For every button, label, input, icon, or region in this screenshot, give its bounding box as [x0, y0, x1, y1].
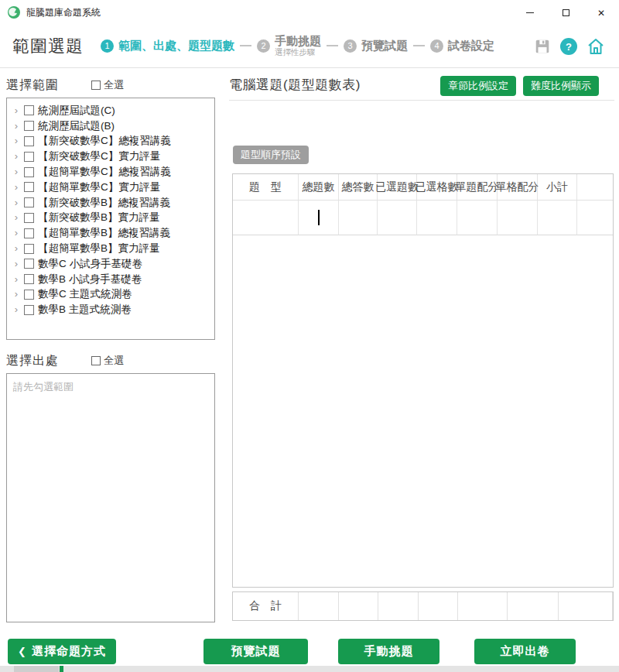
tree-item-checkbox[interactable] [24, 167, 34, 177]
range-tree-item[interactable]: 數學B 小試身手基礎卷 [12, 272, 211, 287]
left-panel: 選擇範圍 全選 統測歷屆試題(C) 統測歷屆試題(B) [6, 76, 215, 622]
chapter-ratio-button[interactable]: 章節比例設定 [440, 76, 516, 96]
cell-question-type[interactable] [233, 201, 299, 235]
chevron-right-icon[interactable] [12, 290, 21, 299]
taskbar-strip [0, 666, 619, 672]
range-tree-item[interactable]: 統測歷屆試題(C) [12, 103, 211, 118]
chevron-right-icon[interactable] [12, 275, 21, 284]
close-icon [597, 7, 605, 19]
range-section-title: 選擇範圍 [6, 77, 59, 94]
tree-item-checkbox[interactable] [24, 121, 34, 131]
chevron-right-icon[interactable] [12, 228, 21, 238]
step-1-number: 1 [101, 39, 114, 53]
back-to-method-button[interactable]: 選擇命題方式 [8, 639, 116, 664]
chevron-right-icon[interactable] [12, 198, 21, 207]
step-4-paper-settings[interactable]: 4 試卷設定 [430, 39, 494, 53]
step-3-label: 預覽試題 [361, 39, 408, 53]
total-cell [339, 592, 378, 620]
cell-selected-questions[interactable] [378, 201, 417, 235]
chevron-right-icon[interactable] [12, 213, 21, 222]
tree-item-checkbox[interactable] [24, 228, 34, 238]
tree-item-checkbox[interactable] [24, 290, 34, 300]
app-window: 龍騰題庫命題系統 範圍選題 1 範圍、出處、題型題數 2 手動挑題 選擇性步驟 [0, 0, 619, 672]
tree-item-label: 【新突破數學B】總複習講義 [38, 196, 170, 210]
taskbar-segment [14, 666, 59, 672]
range-tree-item[interactable]: 【新突破數學C】總複習講義 [12, 134, 211, 149]
close-button[interactable] [583, 0, 619, 25]
manual-pick-button[interactable]: 手動挑題 [338, 639, 439, 664]
chevron-right-icon[interactable] [12, 259, 21, 269]
column-header [577, 174, 613, 201]
tree-item-checkbox[interactable] [24, 305, 34, 315]
chevron-right-icon[interactable] [12, 167, 21, 177]
tree-item-label: 【超簡單數學C】實力評量 [38, 180, 160, 194]
chevron-right-icon[interactable] [12, 305, 21, 314]
step-connector [240, 45, 251, 46]
generate-paper-button[interactable]: 立即出卷 [474, 639, 576, 664]
divider [229, 100, 614, 101]
tree-item-checkbox[interactable] [24, 274, 34, 284]
help-icon[interactable] [560, 38, 577, 55]
tree-item-checkbox[interactable] [24, 259, 34, 269]
chevron-right-icon[interactable] [12, 244, 21, 253]
range-tree-item[interactable]: 【新突破數學B】實力評量 [12, 211, 211, 226]
tree-item-label: 【超簡單數學B】實力評量 [38, 242, 160, 255]
chevron-right-icon[interactable] [12, 152, 21, 161]
range-tree-item[interactable]: 【新突破數學B】總複習講義 [12, 195, 211, 211]
chevron-right-icon[interactable] [12, 122, 21, 131]
main-panel: 電腦選題(題型題數表) 章節比例設定 難度比例顯示 題型順序預設 題 型 總題數… [229, 76, 614, 621]
total-cell [508, 592, 559, 620]
step-2-manual-pick[interactable]: 2 手動挑題 選擇性步驟 [257, 35, 321, 57]
minimize-button[interactable] [512, 0, 548, 25]
tree-item-checkbox[interactable] [24, 152, 34, 162]
source-section-header: 選擇出處 全選 [6, 351, 215, 370]
range-select-all-checkbox[interactable] [91, 81, 101, 90]
cell-subtotal[interactable] [538, 201, 577, 235]
source-select-all-checkbox[interactable] [91, 356, 101, 365]
cell-score-per-blank[interactable] [498, 201, 538, 235]
range-tree-item[interactable]: 【超簡單數學B】實力評量 [12, 241, 211, 256]
chevron-right-icon[interactable] [12, 183, 21, 192]
source-select-all[interactable]: 全選 [91, 354, 124, 368]
range-tree-item[interactable]: 【超簡單數學C】總複習講義 [12, 164, 211, 180]
maximize-icon [563, 9, 569, 16]
range-tree-item[interactable]: 統測歷屆試題(B) [12, 118, 211, 134]
cell-selected-blanks[interactable] [417, 201, 457, 235]
range-select-all[interactable]: 全選 [91, 78, 124, 92]
cell-total-answers[interactable] [339, 201, 378, 235]
tree-item-label: 【新突破數學B】實力評量 [38, 211, 160, 225]
chevron-right-icon[interactable] [12, 106, 21, 115]
preview-questions-button[interactable]: 預覽試題 [203, 639, 308, 664]
maximize-button[interactable] [548, 0, 583, 25]
tree-item-checkbox[interactable] [24, 182, 34, 192]
cell-score-per-question[interactable] [457, 201, 498, 235]
step-4-label: 試卷設定 [448, 39, 494, 53]
tree-item-checkbox[interactable] [24, 105, 34, 115]
tree-item-checkbox[interactable] [24, 244, 34, 254]
chevron-right-icon[interactable] [12, 136, 21, 146]
question-type-order-badge[interactable]: 題型順序預設 [233, 146, 309, 164]
tree-item-checkbox[interactable] [24, 197, 34, 207]
save-icon[interactable] [534, 38, 551, 55]
step-3-preview[interactable]: 3 預覽試題 [344, 39, 408, 53]
range-tree-item[interactable]: 數學C 小試身手基礎卷 [12, 256, 211, 272]
range-tree: 統測歷屆試題(C) 統測歷屆試題(B) 【新突破數學C】總複習講義 [6, 98, 215, 340]
column-header: 單題配分 [457, 174, 498, 201]
range-tree-item[interactable]: 數學C 主題式統測卷 [12, 287, 211, 303]
cell-extra [577, 201, 613, 235]
range-tree-item[interactable]: 【超簡單數學B】總複習講義 [12, 225, 211, 241]
cell-total-questions[interactable] [299, 201, 339, 235]
total-cell [559, 592, 613, 620]
range-tree-item[interactable]: 【超簡單數學C】實力評量 [12, 180, 211, 195]
column-header: 小計 [538, 174, 577, 201]
step-2-subtitle: 選擇性步驟 [275, 48, 321, 57]
home-icon[interactable] [587, 37, 605, 56]
step-1-range[interactable]: 1 範圍、出處、題型題數 [101, 39, 234, 53]
difficulty-ratio-button[interactable]: 難度比例顯示 [523, 76, 599, 96]
range-tree-item[interactable]: 【新突破數學C】實力評量 [12, 149, 211, 164]
table-header-row: 題 型 總題數 總答數 已選題數 已選格數 單題配分 單格配分 小計 [233, 174, 613, 201]
range-tree-item[interactable]: 數學B 主題式統測卷 [12, 302, 211, 317]
tree-item-label: 【新突破數學C】總複習講義 [38, 134, 171, 148]
tree-item-checkbox[interactable] [24, 213, 34, 223]
tree-item-checkbox[interactable] [24, 136, 34, 146]
